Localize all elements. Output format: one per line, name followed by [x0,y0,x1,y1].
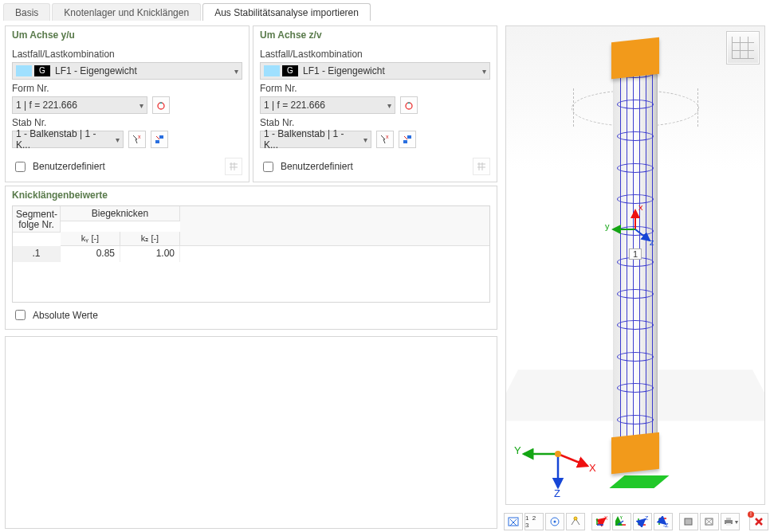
group-title-yu: Um Achse y/u [6,26,249,41]
tabbar: Basis Knotenlager und Knicklängen Aus St… [0,0,770,21]
reset-view-button[interactable] [504,513,523,530]
align-z-button[interactable]: Z [633,513,652,530]
svg-line-10 [635,229,650,241]
align-x-button[interactable]: X [591,513,611,530]
svg-text:x: x [386,134,389,139]
viewport-toolbar: 1 2 3 X Y Z -Z [502,511,770,532]
cell-seg: .1 [13,246,61,262]
form-value-yu: 1 | f = 221.666 [16,100,77,111]
numbers-button[interactable]: 1 2 3 [524,513,544,530]
svg-line-11 [558,454,587,466]
stab-value-zv: 1 - Balkenstab | 1 - K... [264,128,356,151]
loadcase-select-zv[interactable]: G LF1 - Eigengewicht ▾ [260,62,490,80]
user-defined-checkbox-zv[interactable] [263,162,273,172]
local-axes: x y z [603,205,667,256]
cell-ky[interactable]: 0.85 [61,246,120,262]
view-cube[interactable] [726,31,760,65]
form-label-yu: Form Nr. [12,83,242,94]
align-neg-z-button[interactable]: -Z [654,513,673,530]
assign-beam-icon-button-zv[interactable] [399,131,416,148]
svg-text:X: X [604,516,607,521]
perspective-button[interactable] [566,513,585,530]
loadcase-select-yu[interactable]: G LF1 - Eigengewicht ▾ [12,62,242,80]
svg-rect-7 [403,140,407,143]
axis-x-label: x [638,202,643,212]
delete-button[interactable]: ! [749,513,768,530]
mesh-icon-button-yu [225,158,242,175]
group-klb: Knicklängenbeiwerte Segment- folge Nr. B… [5,186,497,330]
svg-rect-38 [726,518,731,520]
stab-label-zv: Stab Nr. [260,117,490,128]
chevron-down-icon: ▾ [482,67,486,76]
form-select-zv[interactable]: 1 | f = 221.666 ▾ [260,96,395,114]
user-defined-checkbox-yu[interactable] [15,162,26,172]
loadcase-value-zv: LF1 - Eigengewicht [303,65,385,76]
axis-z-label: z [650,237,654,247]
viewport-3d[interactable]: 1 x y z [505,25,765,505]
print-button[interactable]: ▾ [721,513,740,530]
svg-point-0 [158,103,164,109]
svg-rect-35 [685,518,692,525]
loadcase-type-badge: G [34,65,50,76]
group-axis-zv: Um Achse z/v Lastfall/Lastkombination G … [253,25,497,182]
svg-rect-3 [155,140,159,143]
col-group-biegeknicken: Biegeknicken [61,206,180,221]
svg-point-4 [406,103,412,109]
tab-knotenlager[interactable]: Knotenlager und Knicklängen [52,3,201,21]
bottom-plate [611,432,659,474]
bottom-empty-panel [5,336,497,529]
stab-select-yu[interactable]: 1 - Balkenstab | 1 - K... ▾ [12,131,124,148]
user-defined-label-zv: Benutzerdefiniert [281,161,353,172]
col-ky: kᵧ [-] [61,232,120,246]
loadcase-value-yu: LF1 - Eigengewicht [55,65,137,76]
top-plate [611,37,659,79]
loadcase-color-swatch [16,65,32,76]
moment-icon-button-yu[interactable] [152,96,170,114]
construction-line [697,88,698,127]
numbers-label: 1 2 3 [525,514,543,529]
svg-point-14 [555,451,561,457]
svg-text:Z: Z [645,516,649,521]
col-kz: k₂ [-] [120,232,180,246]
svg-text:x: x [138,134,141,139]
svg-text:-Z: -Z [663,522,669,527]
svg-point-18 [574,517,577,520]
user-defined-label-yu: Benutzerdefiniert [33,161,105,172]
column-model[interactable]: 1 [609,46,662,468]
construction-line [573,88,574,127]
moment-icon-button-zv[interactable] [400,96,418,114]
loadcase-label-zv: Lastfall/Lastkombination [260,49,490,60]
svg-rect-2 [159,135,163,139]
mesh-icon-button-zv [473,158,490,175]
stab-select-zv[interactable]: 1 - Balkenstab | 1 - K... ▾ [260,131,371,148]
group-axis-yu: Um Achse y/u Lastfall/Lastkombination G … [5,25,249,182]
stab-value-yu: 1 - Balkenstab | 1 - K... [16,128,108,151]
align-y-button[interactable]: Y [612,513,631,530]
absolute-values-checkbox[interactable] [15,310,26,320]
tab-basis[interactable]: Basis [3,3,50,21]
svg-rect-6 [407,135,411,139]
wire-view-button[interactable] [700,513,719,530]
group-title-zv: Um Achse z/v [253,26,497,41]
chevron-down-icon: ▾ [363,135,367,144]
svg-point-17 [554,521,556,523]
group-title-klb: Knicklängenbeiwerte [6,186,497,201]
pointer-x-icon-button-yu[interactable]: x [128,131,146,148]
table-row[interactable]: .1 0.85 1.00 [13,246,489,262]
assign-beam-icon-button-yu[interactable] [151,131,168,148]
chevron-down-icon: ▾ [387,101,391,110]
chevron-down-icon: ▾ [139,101,143,110]
foot-pad [610,475,670,488]
axis-y-label: y [605,221,610,231]
pointer-x-icon-button-zv[interactable]: x [376,131,394,148]
cell-kz[interactable]: 1.00 [120,246,180,262]
form-select-yu[interactable]: 1 | f = 221.666 ▾ [12,96,147,114]
axis-X-label: X [589,462,596,474]
form-label-zv: Form Nr. [260,83,490,94]
solid-view-button[interactable] [679,513,698,530]
chevron-down-icon: ▾ [234,67,238,76]
svg-line-29 [638,519,645,525]
loadcase-label-yu: Lastfall/Lastkombination [12,49,242,60]
isometric-button[interactable] [545,513,564,530]
tab-import[interactable]: Aus Stabilitätsanalyse importieren [202,3,371,21]
